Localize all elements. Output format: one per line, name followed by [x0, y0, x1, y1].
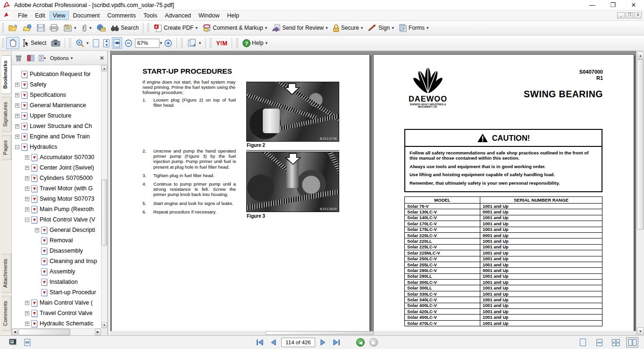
bookmark-item[interactable]: Publication Request for: [12, 69, 101, 79]
toolbar-grip[interactable]: [2, 38, 4, 48]
secure-button[interactable]: Secure▾: [330, 23, 366, 34]
expand-icon[interactable]: +: [25, 187, 29, 191]
menu-advanced[interactable]: Advanced: [161, 11, 194, 20]
delete-bookmark-icon[interactable]: [15, 54, 23, 61]
bookmark-item[interactable]: +Center Joint (Swivel): [12, 162, 101, 173]
bookmark-item[interactable]: +Upper Structure: [12, 111, 101, 121]
minimize-button[interactable]: —: [582, 0, 602, 10]
toolbar-grip[interactable]: [236, 38, 238, 48]
sidebar-tab-signatures[interactable]: Signatures: [1, 97, 11, 132]
continuous-facing-layout-button[interactable]: [610, 337, 622, 348]
scroll-down-icon[interactable]: ▼: [101, 322, 107, 328]
menu-comments[interactable]: Comments: [104, 11, 139, 20]
hand-tool-button[interactable]: [6, 37, 19, 49]
expand-icon[interactable]: +: [15, 103, 19, 108]
yahoo-search-button[interactable]: Y!M: [214, 38, 230, 48]
zoom-tool-button[interactable]: ▾: [73, 37, 91, 49]
menu-document[interactable]: Document: [70, 11, 103, 20]
page-display-button[interactable]: ▾: [185, 37, 203, 49]
bookmark-item[interactable]: Removal: [12, 235, 101, 246]
menu-tools[interactable]: Tools: [140, 11, 160, 20]
sidebar-tab-pages[interactable]: Pages: [1, 135, 11, 160]
toolbar-grip[interactable]: [209, 38, 212, 48]
expand-icon[interactable]: +: [15, 93, 19, 97]
expand-icon[interactable]: +: [15, 124, 19, 128]
open-web-button[interactable]: [20, 23, 34, 33]
menu-view[interactable]: View: [50, 11, 69, 20]
print-button[interactable]: [47, 23, 61, 33]
toolbar-grip[interactable]: [2, 23, 4, 33]
scroll-thumb[interactable]: [18, 329, 70, 335]
create-pdf-button[interactable]: Create PDF▾: [151, 23, 200, 34]
scroll-right-icon[interactable]: ▶: [95, 329, 101, 335]
expand-icon[interactable]: +: [15, 83, 19, 87]
bookmark-item[interactable]: +Swing Motor S07073: [12, 194, 101, 204]
expand-icon[interactable]: +: [15, 114, 19, 118]
expand-icon[interactable]: +: [25, 311, 29, 315]
scroll-up-icon[interactable]: ▲: [101, 65, 107, 71]
next-view-button[interactable]: ▶: [369, 338, 378, 347]
expand-icon[interactable]: +: [25, 166, 29, 170]
expand-current-bookmark-icon[interactable]: [26, 54, 34, 61]
sidebar-tab-bookmarks[interactable]: Bookmarks: [1, 55, 11, 94]
bookmarks-vertical-scrollbar[interactable]: ▲ ▼: [101, 65, 107, 328]
open-button[interactable]: [6, 23, 20, 33]
bookmarks-horizontal-scrollbar[interactable]: ◀ ▶: [12, 328, 101, 335]
bookmark-item[interactable]: −Hydraulics: [12, 142, 101, 152]
bookmark-item[interactable]: Cleaning and Insp: [12, 256, 101, 266]
bookmark-item[interactable]: +Hydraulic Schematic: [12, 318, 101, 328]
bookmark-item[interactable]: −Pilot Control Valve (V: [12, 214, 101, 225]
expand-icon[interactable]: +: [35, 228, 39, 232]
expand-icon[interactable]: +: [15, 135, 19, 139]
search-button[interactable]: Search: [108, 23, 141, 33]
scroll-down-icon[interactable]: ▼: [637, 327, 644, 335]
bookmark-item[interactable]: +Main Pump (Rexroth: [12, 204, 101, 214]
scroll-thumb[interactable]: [266, 331, 374, 335]
document-area[interactable]: START-UP PROCEDURES If engine does not s…: [110, 51, 644, 335]
panel-close-icon[interactable]: ✕: [100, 55, 104, 61]
fit-width-button[interactable]: ◀▶: [112, 37, 122, 49]
bookmark-item[interactable]: +General Descripti: [12, 225, 101, 235]
scroll-up-icon[interactable]: ▲: [637, 51, 644, 59]
restore-button[interactable]: ❐: [602, 0, 623, 10]
menu-window[interactable]: Window: [195, 11, 223, 20]
scroll-thumb[interactable]: [101, 179, 107, 246]
close-button[interactable]: ✕: [623, 0, 644, 10]
bookmark-item[interactable]: +General Maintenance: [12, 100, 101, 111]
actual-size-button[interactable]: [91, 37, 101, 49]
bookmark-item[interactable]: +Accumulator S07030: [12, 152, 101, 162]
doc-restore-button[interactable]: ❐: [626, 12, 633, 18]
collapse-icon[interactable]: −: [15, 145, 19, 149]
bookmark-item[interactable]: Disassembly: [12, 246, 101, 256]
organizer-button[interactable]: ▾: [61, 23, 79, 33]
page-view-icon[interactable]: [23, 339, 32, 347]
collapse-icon[interactable]: −: [25, 218, 29, 222]
menu-edit[interactable]: Edit: [32, 11, 49, 20]
bookmarks-options-button[interactable]: Options▾: [50, 55, 73, 61]
doc-close-button[interactable]: ✕: [634, 12, 642, 18]
help-button[interactable]: ?Help▾: [240, 38, 270, 49]
page-indicator-input[interactable]: [281, 338, 315, 347]
send-for-review-button[interactable]: Send for Review▾: [269, 23, 330, 34]
scroll-left-icon[interactable]: ◀: [12, 329, 18, 335]
attach-button[interactable]: ▾: [79, 23, 94, 34]
previous-page-button[interactable]: [268, 338, 278, 347]
bookmark-item[interactable]: +Lower Structure and Ch: [12, 121, 101, 131]
first-page-button[interactable]: [255, 338, 265, 347]
bookmark-item[interactable]: Start-up Procedur: [12, 287, 101, 298]
sidebar-tab-attachments[interactable]: Attachments: [1, 254, 11, 293]
continuous-layout-button[interactable]: [593, 337, 605, 348]
scroll-thumb[interactable]: [637, 60, 644, 230]
menu-help[interactable]: Help: [224, 11, 243, 20]
save-button[interactable]: [34, 23, 47, 33]
menu-file[interactable]: File: [15, 11, 31, 20]
expand-icon[interactable]: +: [25, 155, 29, 160]
expand-icon[interactable]: +: [25, 207, 29, 212]
expand-icon[interactable]: +: [25, 301, 29, 305]
email-button[interactable]: [94, 23, 108, 33]
last-page-button[interactable]: [331, 338, 342, 347]
bookmark-item[interactable]: +Cylinders S0705000: [12, 173, 101, 183]
select-tool-button[interactable]: Select: [19, 37, 49, 49]
expand-icon[interactable]: +: [25, 176, 29, 180]
doc-minimize-button[interactable]: _: [617, 12, 625, 18]
